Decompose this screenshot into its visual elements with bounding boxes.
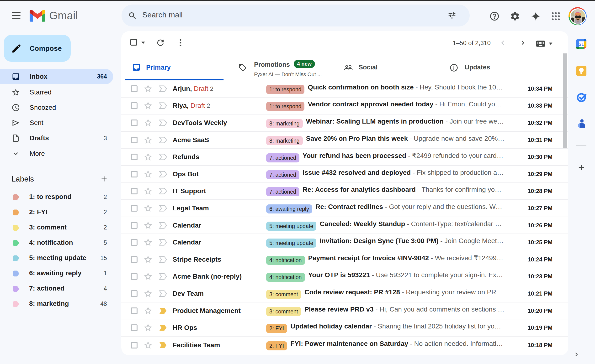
svg-text:31: 31 (579, 42, 584, 47)
